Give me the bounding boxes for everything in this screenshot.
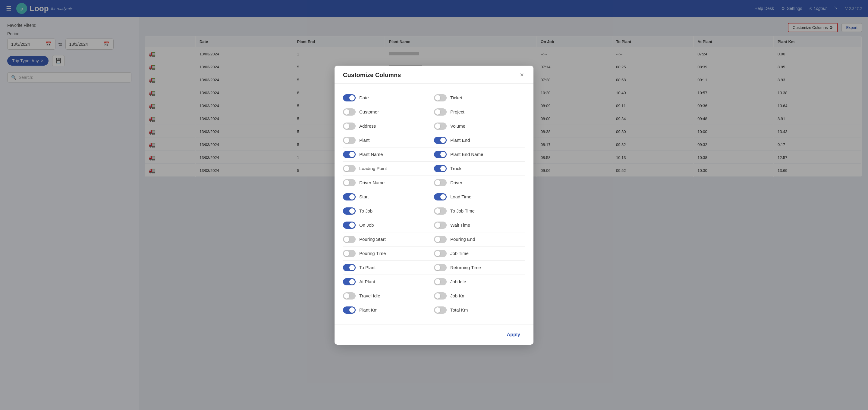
column-item-wait_time: Wait Time [434, 218, 525, 232]
column-item-to_job: To Job [343, 204, 434, 218]
column-item-plant_end_name: Plant End Name [434, 147, 525, 162]
column-label-job_idle: Job Idle [450, 279, 466, 284]
column-label-pouring_time: Pouring Time [359, 251, 386, 256]
column-label-truck: Truck [450, 166, 461, 171]
toggle-date[interactable] [343, 94, 355, 101]
column-label-at_plant: At Plant [359, 279, 375, 284]
toggle-to_job_time[interactable] [434, 207, 447, 215]
toggle-pouring_end[interactable] [434, 236, 447, 243]
toggle-to_job[interactable] [343, 207, 355, 215]
column-label-pouring_start: Pouring Start [359, 237, 386, 242]
column-item-ticket: Ticket [434, 91, 525, 105]
toggle-volume[interactable] [434, 123, 447, 130]
column-item-plant_name: Plant Name [343, 147, 434, 162]
column-item-pouring_start: Pouring Start [343, 232, 434, 246]
toggle-total_km[interactable] [434, 306, 447, 314]
column-item-volume: Volume [434, 119, 525, 133]
modal-close-button[interactable]: × [519, 72, 525, 78]
column-label-total_km: Total Km [450, 307, 468, 312]
toggle-on_job[interactable] [343, 221, 355, 229]
column-item-job_idle: Job Idle [434, 275, 525, 289]
toggle-load_time[interactable] [434, 193, 447, 201]
toggle-pouring_time[interactable] [343, 250, 355, 257]
column-label-to_job: To Job [359, 208, 373, 213]
column-label-pouring_end: Pouring End [450, 237, 475, 242]
column-item-address: Address [343, 119, 434, 133]
column-label-driver_name: Driver Name [359, 180, 384, 185]
column-label-address: Address [359, 124, 376, 129]
modal-header: Customize Columns × [335, 66, 533, 84]
toggle-pouring_start[interactable] [343, 236, 355, 243]
column-item-plant_end: Plant End [434, 133, 525, 147]
toggle-loading_point[interactable] [343, 165, 355, 172]
column-label-loading_point: Loading Point [359, 166, 387, 171]
column-label-load_time: Load Time [450, 194, 471, 199]
column-item-at_plant: At Plant [343, 275, 434, 289]
toggle-customer[interactable] [343, 108, 355, 115]
toggle-to_plant[interactable] [343, 264, 355, 271]
toggle-plant_km[interactable] [343, 306, 355, 314]
column-label-on_job: On Job [359, 223, 374, 228]
toggle-truck[interactable] [434, 165, 447, 172]
column-label-plant_end: Plant End [450, 138, 470, 143]
column-item-returning_time: Returning Time [434, 261, 525, 275]
column-item-pouring_end: Pouring End [434, 232, 525, 246]
column-label-date: Date [359, 95, 369, 100]
column-item-plant: Plant [343, 133, 434, 147]
column-item-truck: Truck [434, 162, 525, 176]
column-label-returning_time: Returning Time [450, 265, 481, 270]
column-item-plant_km: Plant Km [343, 303, 434, 317]
toggle-job_time[interactable] [434, 250, 447, 257]
column-label-wait_time: Wait Time [450, 223, 470, 228]
customize-columns-modal: Customize Columns × Date Ticket Customer [335, 66, 533, 345]
column-item-to_plant: To Plant [343, 261, 434, 275]
column-item-total_km: Total Km [434, 303, 525, 317]
toggle-project[interactable] [434, 108, 447, 115]
toggle-ticket[interactable] [434, 94, 447, 101]
column-label-job_km: Job Km [450, 293, 466, 298]
column-item-to_job_time: To Job Time [434, 204, 525, 218]
column-label-ticket: Ticket [450, 95, 462, 100]
column-label-to_plant: To Plant [359, 265, 375, 270]
column-item-pouring_time: Pouring Time [343, 246, 434, 261]
column-label-project: Project [450, 109, 464, 114]
toggle-driver_name[interactable] [343, 179, 355, 186]
column-item-project: Project [434, 105, 525, 119]
apply-button[interactable]: Apply [502, 330, 525, 340]
toggle-plant_end[interactable] [434, 137, 447, 144]
toggle-plant_name[interactable] [343, 151, 355, 158]
column-label-driver: Driver [450, 180, 462, 185]
column-item-travel_idle: Travel Idle [343, 289, 434, 303]
column-label-plant_name: Plant Name [359, 152, 383, 157]
toggle-plant[interactable] [343, 137, 355, 144]
column-label-to_job_time: To Job Time [450, 208, 475, 213]
toggle-at_plant[interactable] [343, 278, 355, 285]
toggle-driver[interactable] [434, 179, 447, 186]
column-label-job_time: Job Time [450, 251, 469, 256]
column-item-on_job: On Job [343, 218, 434, 232]
toggle-start[interactable] [343, 193, 355, 201]
modal-footer: Apply [335, 324, 533, 345]
modal-title: Customize Columns [343, 72, 401, 78]
column-label-volume: Volume [450, 124, 465, 129]
column-item-start: Start [343, 190, 434, 204]
column-label-plant_end_name: Plant End Name [450, 152, 483, 157]
toggle-wait_time[interactable] [434, 221, 447, 229]
column-item-load_time: Load Time [434, 190, 525, 204]
toggle-job_idle[interactable] [434, 278, 447, 285]
toggle-plant_end_name[interactable] [434, 151, 447, 158]
toggle-address[interactable] [343, 123, 355, 130]
column-item-loading_point: Loading Point [343, 162, 434, 176]
column-item-customer: Customer [343, 105, 434, 119]
column-item-date: Date [343, 91, 434, 105]
toggle-job_km[interactable] [434, 292, 447, 300]
toggle-returning_time[interactable] [434, 264, 447, 271]
toggle-travel_idle[interactable] [343, 292, 355, 300]
modal-body: Date Ticket Customer Project [335, 84, 533, 324]
columns-grid: Date Ticket Customer Project [343, 91, 525, 317]
column-label-plant: Plant [359, 138, 370, 143]
column-label-plant_km: Plant Km [359, 307, 378, 312]
modal-overlay: Customize Columns × Date Ticket Customer [0, 0, 868, 410]
column-item-driver_name: Driver Name [343, 176, 434, 190]
column-label-travel_idle: Travel Idle [359, 293, 380, 298]
